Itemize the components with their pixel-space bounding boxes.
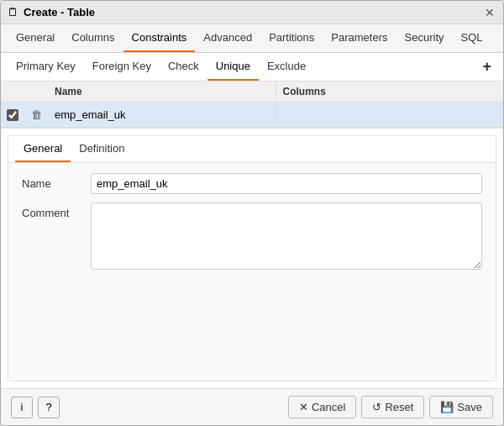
row-name: emp_email_uk xyxy=(48,105,276,124)
detail-content: Name Comment xyxy=(8,163,496,280)
help-icon: ? xyxy=(45,401,51,413)
subtab-exclude[interactable]: Exclude xyxy=(259,53,314,81)
cancel-icon: ✕ xyxy=(299,401,308,413)
title-left: 🗒 Create - Table xyxy=(8,6,95,18)
dialog-title: Create - Table xyxy=(24,6,95,18)
name-input[interactable] xyxy=(91,173,482,194)
info-button[interactable]: i xyxy=(11,397,33,418)
reset-button[interactable]: ↺ Reset xyxy=(361,396,424,418)
cancel-label: Cancel xyxy=(312,401,345,413)
title-bar: 🗒 Create - Table ✕ xyxy=(1,1,503,24)
info-icon: i xyxy=(21,401,24,413)
detail-tab-general[interactable]: General xyxy=(15,136,71,162)
table-header: Name Columns xyxy=(1,82,503,103)
row-edit-checkbox[interactable] xyxy=(7,109,18,121)
detail-tab-definition[interactable]: Definition xyxy=(71,136,133,162)
header-name: Name xyxy=(48,82,276,102)
save-label: Save xyxy=(457,401,482,413)
help-button[interactable]: ? xyxy=(38,397,60,418)
comment-label: Comment xyxy=(22,202,81,219)
table-row[interactable]: 🗑 emp_email_uk xyxy=(1,103,503,128)
subtab-check[interactable]: Check xyxy=(160,53,207,81)
dialog-footer: i ? ✕ Cancel ↺ Reset 💾 Save xyxy=(1,388,503,425)
dialog-icon: 🗒 xyxy=(8,6,18,18)
tab-security[interactable]: Security xyxy=(396,24,453,52)
header-columns: Columns xyxy=(276,82,504,102)
tab-constraints[interactable]: Constraints xyxy=(123,24,196,52)
detail-panel: General Definition Name Comment xyxy=(8,135,496,381)
create-table-dialog: 🗒 Create - Table ✕ General Columns Const… xyxy=(0,0,504,426)
comment-row: Comment xyxy=(22,202,482,270)
tab-parameters[interactable]: Parameters xyxy=(323,24,396,52)
tab-sql[interactable]: SQL xyxy=(453,24,491,52)
comment-textarea[interactable] xyxy=(91,202,482,270)
save-button[interactable]: 💾 Save xyxy=(429,396,493,418)
close-button[interactable]: ✕ xyxy=(483,6,496,19)
row-delete[interactable]: 🗑 xyxy=(24,105,48,124)
reset-icon: ↺ xyxy=(372,401,381,413)
delete-row-button[interactable]: 🗑 xyxy=(31,108,42,121)
subtab-foreign-key[interactable]: Foreign Key xyxy=(84,53,160,81)
subtab-unique[interactable]: Unique xyxy=(207,53,259,81)
add-row-button[interactable]: + xyxy=(477,56,496,77)
reset-label: Reset xyxy=(385,401,413,413)
tab-columns[interactable]: Columns xyxy=(63,24,123,52)
name-label: Name xyxy=(22,173,81,190)
detail-tabs: General Definition xyxy=(8,136,496,163)
sub-tabs: Primary Key Foreign Key Check Unique Exc… xyxy=(1,53,503,82)
tab-partitions[interactable]: Partitions xyxy=(260,24,323,52)
row-checkbox[interactable] xyxy=(1,106,24,124)
name-row: Name xyxy=(22,173,482,194)
header-checkbox-col xyxy=(1,82,24,102)
constraints-table: Name Columns 🗑 emp_email_uk xyxy=(1,82,503,129)
main-tabs: General Columns Constraints Advanced Par… xyxy=(1,24,503,53)
header-delete-col xyxy=(24,82,48,102)
tab-advanced[interactable]: Advanced xyxy=(195,24,260,52)
save-icon: 💾 xyxy=(440,401,454,413)
tab-general[interactable]: General xyxy=(8,24,63,52)
subtab-primary-key[interactable]: Primary Key xyxy=(8,53,84,81)
row-columns xyxy=(276,112,504,118)
cancel-button[interactable]: ✕ Cancel xyxy=(288,396,356,418)
